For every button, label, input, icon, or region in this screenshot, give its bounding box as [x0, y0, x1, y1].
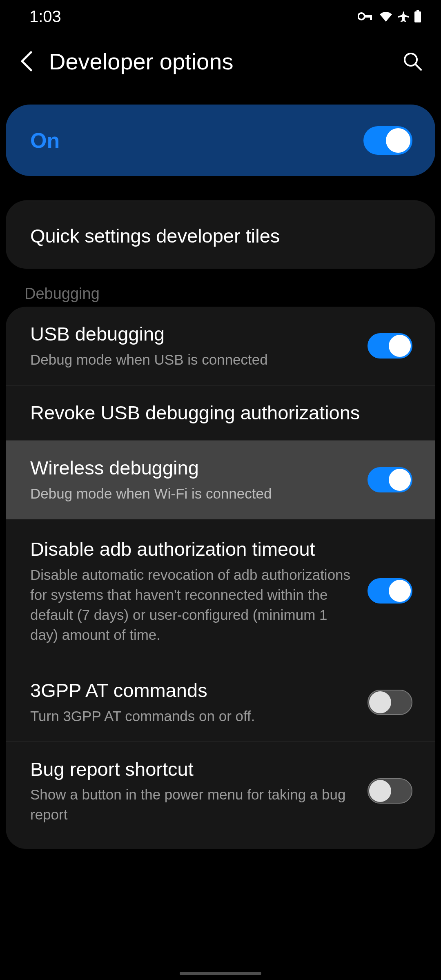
- row-wireless-debugging[interactable]: Wireless debugging Debug mode when Wi-Fi…: [6, 440, 435, 519]
- app-header: Developer options: [0, 33, 441, 102]
- toggle-bug-report[interactable]: [368, 778, 412, 804]
- svg-line-6: [416, 65, 421, 70]
- row-bug-report-shortcut[interactable]: Bug report shortcut Show a button in the…: [6, 742, 435, 849]
- group-debugging: USB debugging Debug mode when USB is con…: [6, 307, 435, 849]
- svg-rect-2: [370, 15, 372, 20]
- page-title: Developer options: [49, 48, 388, 75]
- toggle-wireless-debugging[interactable]: [368, 467, 412, 492]
- search-button[interactable]: [400, 49, 425, 74]
- svg-point-5: [405, 53, 417, 66]
- row-title: USB debugging: [30, 322, 355, 346]
- group-quick-tiles: Quick settings developer tiles: [6, 200, 435, 269]
- toggle-disable-adb-timeout[interactable]: [368, 578, 412, 604]
- master-toggle-card[interactable]: On: [6, 105, 435, 176]
- wifi-icon: [379, 11, 393, 22]
- back-button[interactable]: [16, 51, 37, 71]
- row-title: Disable adb authorization timeout: [30, 537, 355, 561]
- row-title: Revoke USB debugging authorizations: [30, 401, 412, 425]
- row-3gpp-at[interactable]: 3GPP AT commands Turn 3GPP AT commands o…: [6, 663, 435, 742]
- row-usb-debugging[interactable]: USB debugging Debug mode when USB is con…: [6, 307, 435, 385]
- gesture-nav-bar[interactable]: [180, 972, 261, 975]
- chevron-left-icon: [20, 51, 33, 72]
- vpn-key-icon: [358, 12, 374, 21]
- svg-point-0: [358, 13, 365, 20]
- row-subtitle: Turn 3GPP AT commands on or off.: [30, 706, 355, 726]
- search-icon: [402, 51, 423, 71]
- master-toggle-switch[interactable]: [363, 126, 412, 155]
- battery-icon: [414, 10, 421, 22]
- status-bar: 1:03: [0, 0, 441, 33]
- toggle-3gpp-at[interactable]: [368, 690, 412, 715]
- row-title: 3GPP AT commands: [30, 679, 355, 703]
- row-subtitle: Disable automatic revocation of adb auth…: [30, 565, 355, 645]
- toggle-usb-debugging[interactable]: [368, 333, 412, 359]
- row-subtitle: Show a button in the power menu for taki…: [30, 784, 355, 824]
- row-quick-tiles[interactable]: Quick settings developer tiles: [6, 201, 435, 269]
- svg-rect-3: [416, 10, 419, 11]
- airplane-icon: [398, 11, 409, 22]
- row-title: Quick settings developer tiles: [30, 224, 411, 248]
- row-subtitle: Debug mode when USB is connected: [30, 350, 355, 370]
- row-disable-adb-timeout[interactable]: Disable adb authorization timeout Disabl…: [6, 519, 435, 663]
- status-icons: [358, 10, 421, 22]
- row-title: Wireless debugging: [30, 456, 355, 480]
- row-title: Bug report shortcut: [30, 757, 355, 782]
- section-header-debugging: Debugging: [0, 285, 441, 303]
- master-toggle-label: On: [30, 128, 60, 153]
- svg-rect-4: [414, 11, 421, 22]
- row-subtitle: Debug mode when Wi-Fi is connected: [30, 483, 355, 503]
- row-revoke-usb-auth[interactable]: Revoke USB debugging authorizations: [6, 385, 435, 441]
- status-time: 1:03: [29, 7, 61, 26]
